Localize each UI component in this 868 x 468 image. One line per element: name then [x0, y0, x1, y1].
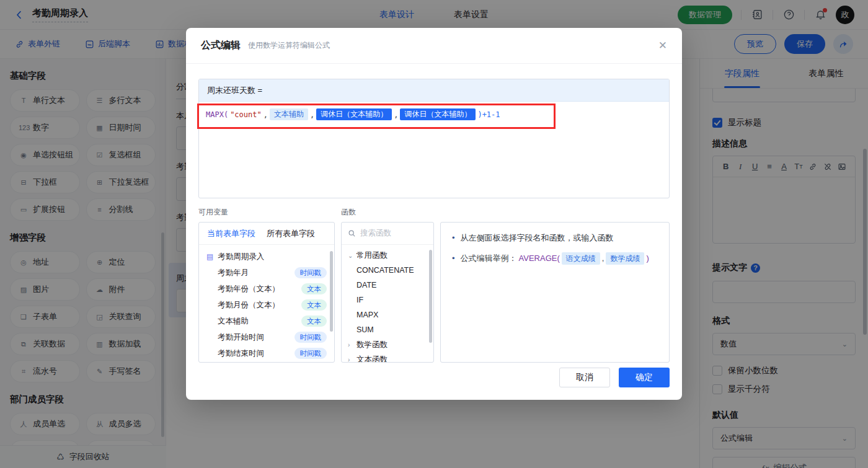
tab-current-form-fields[interactable]: 当前表单字段: [207, 228, 255, 239]
function-item-DATE[interactable]: DATE: [342, 278, 433, 293]
cancel-button[interactable]: 取消: [559, 368, 610, 387]
function-group-name: 常用函数: [356, 250, 388, 261]
formula-editor: 周末还班天数 = MAPX("count",文本辅助,调休日（文本辅助）,调休日…: [198, 79, 670, 198]
variable-name: 文本辅助: [218, 316, 301, 327]
formula-token: )+1-1: [477, 110, 500, 119]
tip-2: • 公式编辑举例：AVERAGE(语文成绩,数学成绩): [452, 252, 658, 265]
variable-item[interactable]: 周末还班天数数字: [199, 361, 334, 363]
variable-item[interactable]: 考勤结束时间时间戳: [199, 345, 334, 361]
formula-token: ,: [310, 110, 314, 119]
function-group-name: 数学函数: [356, 340, 388, 350]
variable-type-badge: 文本: [301, 299, 327, 311]
variable-type-badge: 文本: [301, 316, 327, 327]
field-chip[interactable]: 调休日（文本辅助）: [400, 108, 476, 120]
variable-type-badge: 时间戳: [294, 348, 327, 359]
variable-name: 考勤结束时间: [218, 348, 294, 359]
formula-token: MAPX(: [206, 110, 228, 119]
function-search[interactable]: 搜索函数: [342, 223, 433, 245]
field-chip: 语文成绩: [562, 252, 600, 265]
variable-item[interactable]: 考勤开始时间时间戳: [199, 329, 334, 345]
modal-body: 周末还班天数 = MAPX("count",文本辅助,调休日（文本辅助）,调休日…: [186, 64, 682, 363]
chevron-right-icon: ›: [348, 356, 356, 363]
variables-scrollbar[interactable]: [330, 251, 333, 332]
variables-panel: 当前表单字段 所有表单字段 ▤考勤周期录入考勤年月时间戳考勤年份（文本）文本考勤…: [198, 222, 335, 363]
bullet-icon: •: [452, 252, 455, 265]
variables-list: ▤考勤周期录入考勤年月时间戳考勤年份（文本）文本考勤月份（文本）文本文本辅助文本…: [199, 245, 334, 363]
formula-target-label: 周末还班天数 =: [199, 79, 669, 102]
functions-panel: 搜索函数 ⌄常用函数CONCATENATEDATEIFMAPXSUM›数学函数›…: [341, 222, 434, 363]
functions-scrollbar[interactable]: [429, 250, 432, 343]
field-chip[interactable]: 调休日（文本辅助）: [316, 108, 392, 120]
formula-editor-modal: 公式编辑 使用数学运算符编辑公式 ✕ 周末还班天数 = MAPX("count"…: [186, 28, 682, 400]
function-group-数学函数[interactable]: ›数学函数: [342, 337, 433, 352]
variable-type-badge: 时间戳: [294, 267, 327, 278]
search-placeholder: 搜索函数: [360, 228, 391, 239]
tab-all-form-fields[interactable]: 所有表单字段: [267, 228, 315, 239]
modal-title: 公式编辑: [201, 39, 241, 52]
variable-name: 考勤年份（文本）: [218, 284, 301, 294]
modal-footer: 取消 确定: [559, 368, 670, 387]
variable-item[interactable]: 考勤年月时间戳: [199, 265, 334, 281]
function-group-name: 文本函数: [356, 355, 388, 363]
formula-token: ,: [602, 252, 604, 265]
variables-tabs: 当前表单字段 所有表单字段: [199, 223, 334, 245]
function-group-文本函数[interactable]: ›文本函数: [342, 352, 433, 363]
functions-section-label: 函数: [341, 207, 356, 218]
functions-list: ⌄常用函数CONCATENATEDATEIFMAPXSUM›数学函数›文本函数: [342, 245, 433, 363]
tip-1-text: 从左侧面板选择字段名和函数，或输入函数: [461, 232, 614, 244]
bullet-icon: •: [452, 232, 455, 244]
variable-item[interactable]: 考勤月份（文本）文本: [199, 297, 334, 313]
variable-item[interactable]: 文本辅助文本: [199, 313, 334, 329]
field-chip: 数学成绩: [606, 252, 644, 265]
function-item-IF[interactable]: IF: [342, 293, 433, 307]
function-item-SUM[interactable]: SUM: [342, 322, 433, 337]
formula-token: ,: [394, 110, 398, 119]
panels-row: 当前表单字段 所有表单字段 ▤考勤周期录入考勤年月时间戳考勤年份（文本）文本考勤…: [198, 222, 670, 363]
chevron-right-icon: ›: [348, 342, 356, 348]
field-chip[interactable]: 文本辅助: [270, 108, 308, 120]
confirm-button[interactable]: 确定: [619, 368, 670, 387]
variable-type-badge: 时间戳: [294, 332, 327, 343]
variable-item[interactable]: 考勤年份（文本）文本: [199, 281, 334, 297]
modal-subtitle: 使用数学运算符编辑公式: [248, 40, 330, 51]
formula-token: ): [646, 252, 649, 265]
variable-name: 考勤年月: [218, 268, 294, 278]
form-doc-icon: ▤: [206, 252, 213, 261]
variables-root-item[interactable]: ▤考勤周期录入: [199, 249, 334, 265]
help-panel: • 从左侧面板选择字段名和函数，或输入函数 • 公式编辑举例：AVERAGE(语…: [440, 222, 670, 363]
formula-token: ,: [264, 110, 268, 119]
formula-input-area[interactable]: MAPX("count",文本辅助,调休日（文本辅助）,调休日（文本辅助）)+1…: [199, 102, 669, 127]
function-group-常用函数[interactable]: ⌄常用函数: [342, 248, 433, 263]
search-icon: [348, 229, 356, 237]
variable-name: 考勤月份（文本）: [218, 300, 301, 311]
variable-type-badge: 文本: [301, 283, 327, 294]
formula-token: AVERAGE(: [519, 252, 560, 265]
tip-1: • 从左侧面板选择字段名和函数，或输入函数: [452, 232, 658, 244]
close-icon[interactable]: ✕: [658, 39, 667, 52]
formula-token: "count": [230, 110, 262, 119]
function-item-MAPX[interactable]: MAPX: [342, 307, 433, 322]
formula-token: 公式编辑举例：: [461, 252, 517, 265]
section-labels: 可用变量 函数: [198, 207, 670, 218]
variables-section-label: 可用变量: [198, 207, 341, 218]
tip-2-example: 公式编辑举例：AVERAGE(语文成绩,数学成绩): [461, 252, 649, 265]
variable-name: 考勤开始时间: [218, 332, 294, 343]
variables-root-name: 考勤周期录入: [218, 252, 327, 262]
function-item-CONCATENATE[interactable]: CONCATENATE: [342, 263, 433, 278]
modal-header: 公式编辑 使用数学运算符编辑公式 ✕: [186, 28, 682, 64]
chevron-down-icon: ⌄: [348, 252, 356, 259]
